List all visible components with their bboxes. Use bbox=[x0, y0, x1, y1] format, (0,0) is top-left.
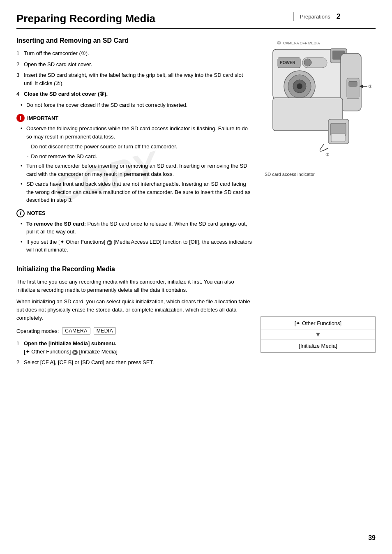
page-header: Preparing Recording Media Preparations 2 bbox=[16, 12, 376, 29]
important-bullet-2-text: Turn off the camcorder before inserting … bbox=[26, 162, 252, 178]
step4-bullet: • Do not force the cover closed if the S… bbox=[16, 101, 252, 109]
svg-text:①: ① bbox=[277, 40, 281, 45]
notes-header: i NOTES bbox=[16, 209, 252, 217]
section2-para1: The first time you use any recording med… bbox=[16, 278, 252, 294]
notes-bullet-2: • If you set the [✦ Other Functions] ▶ [… bbox=[16, 238, 252, 254]
notes-label: NOTES bbox=[27, 210, 46, 216]
important-bullet-2: • Turn off the camcorder before insertin… bbox=[16, 162, 252, 178]
page-footer-number: 39 bbox=[368, 534, 376, 542]
s2-step-1: 1 Open the [Initialize Media] submenu. [… bbox=[16, 339, 252, 355]
step-num-2: 2 bbox=[16, 60, 21, 69]
mode-badge-camera: CAMERA bbox=[62, 327, 90, 335]
operating-modes-label: Operating modes: bbox=[16, 328, 59, 334]
chapter-page-number: 2 bbox=[337, 12, 341, 21]
content-area: Inserting and Removing an SD Card 1 Turn… bbox=[16, 37, 376, 369]
header-right: Preparations 2 bbox=[293, 12, 376, 21]
sub-bullet-2: - Do not remove the SD card. bbox=[16, 152, 252, 161]
notes-bullet-1: • To remove the SD card: Push the SD car… bbox=[16, 220, 252, 236]
step-2: 2 Open the SD card slot cover. bbox=[16, 60, 252, 69]
step-num-4: 4 bbox=[16, 90, 21, 98]
menu-path-arrow: ▼ bbox=[261, 330, 375, 339]
bullet-dot-i1: • bbox=[21, 125, 24, 141]
svg-text:CAMERA  OFF  MEDIA: CAMERA OFF MEDIA bbox=[283, 41, 320, 45]
step4-bullet-text: Do not force the cover closed if the SD … bbox=[26, 101, 187, 109]
important-header: ! IMPORTANT bbox=[16, 114, 252, 122]
important-bullet-3-text: SD cards have front and back sides that … bbox=[26, 180, 252, 204]
important-bullet-1-text: Observe the following precautions while … bbox=[26, 125, 252, 141]
sub-bullet-2-text: Do not remove the SD card. bbox=[31, 152, 97, 161]
important-bullet-3: • SD cards have front and back sides tha… bbox=[16, 180, 252, 204]
notes-bullet-1-text: To remove the SD card: Push the SD card … bbox=[26, 220, 252, 236]
s2-step-1-sub: [✦ Other Functions] ▶ [Initialize Media] bbox=[24, 349, 118, 355]
step-4: 4 Close the SD card slot cover (③). bbox=[16, 90, 252, 98]
svg-point-6 bbox=[304, 59, 311, 66]
bullet-dot: • bbox=[21, 101, 24, 109]
page: COPY Preparing Recording Media Preparati… bbox=[0, 0, 392, 554]
page-main-title: Preparing Recording Media bbox=[16, 12, 293, 25]
step-num-3: 3 bbox=[16, 71, 21, 87]
s2-step-text-2: Select [CF A], [CF B] or [SD Card] and t… bbox=[24, 358, 252, 367]
svg-rect-15 bbox=[349, 81, 357, 86]
left-column: Inserting and Removing an SD Card 1 Turn… bbox=[16, 37, 252, 369]
menu-path-box: [✦ Other Functions] ▼ [Initialize Media] bbox=[261, 316, 376, 353]
step-text-1: Turn off the camcorder (①). bbox=[24, 49, 252, 58]
notes-icon: i bbox=[16, 209, 25, 217]
sub-dash-1: - bbox=[27, 143, 28, 151]
bullet-dot-i3: • bbox=[21, 180, 24, 204]
s2-step-2: 2 Select [CF A], [CF B] or [SD Card] and… bbox=[16, 358, 252, 367]
important-icon: ! bbox=[16, 114, 25, 122]
s2-step-text-1: Open the [Initialize Media] submenu. [✦ … bbox=[24, 339, 252, 355]
notes-box: i NOTES • To remove the SD card: Push th… bbox=[16, 209, 252, 254]
svg-rect-21 bbox=[331, 134, 345, 142]
operating-modes: Operating modes: CAMERA MEDIA bbox=[16, 327, 252, 335]
svg-text:②: ② bbox=[368, 84, 371, 89]
s2-step-num-2: 2 bbox=[16, 358, 21, 367]
important-bullet-1: • Observe the following precautions whil… bbox=[16, 125, 252, 141]
section2-heading: Initializing the Recording Media bbox=[16, 265, 252, 273]
step-num-1: 1 bbox=[16, 49, 21, 58]
right-column: ① CAMERA OFF MEDIA POWER bbox=[261, 37, 376, 369]
section1-heading: Inserting and Removing an SD Card bbox=[16, 37, 252, 44]
s2-step-num-1: 1 bbox=[16, 339, 21, 355]
mode-badge-media: MEDIA bbox=[94, 327, 116, 335]
important-label: IMPORTANT bbox=[27, 115, 58, 121]
menu-path-item1: [✦ Other Functions] bbox=[261, 317, 375, 330]
section2-para2: When initializing an SD card, you can se… bbox=[16, 298, 252, 322]
chapter-label: Preparations bbox=[300, 14, 330, 20]
bullet-dot-i2: • bbox=[21, 162, 24, 178]
menu-path-item2: [Initialize Media] bbox=[261, 339, 375, 352]
camera-diagram: ① CAMERA OFF MEDIA POWER bbox=[261, 37, 376, 177]
camera-svg: ① CAMERA OFF MEDIA POWER bbox=[265, 37, 371, 169]
svg-point-12 bbox=[297, 83, 302, 89]
bullet-dot-n2: • bbox=[21, 238, 24, 254]
sd-card-label: SD card access indicator bbox=[261, 172, 376, 177]
svg-text:③: ③ bbox=[325, 152, 330, 157]
step-text-4: Close the SD card slot cover (③). bbox=[24, 90, 252, 98]
step-3: 3 Insert the SD card straight, with the … bbox=[16, 71, 252, 87]
svg-text:POWER: POWER bbox=[280, 60, 296, 65]
step-1: 1 Turn off the camcorder (①). bbox=[16, 49, 252, 58]
step-text-2: Open the SD card slot cover. bbox=[24, 60, 252, 69]
bullet-dot-n1: • bbox=[21, 220, 24, 236]
important-box: ! IMPORTANT • Observe the following prec… bbox=[16, 114, 252, 204]
sub-dash-2: - bbox=[27, 152, 28, 161]
sub-bullet-1: - Do not disconnect the power source or … bbox=[16, 143, 252, 151]
notes-bullet-2-text: If you set the [✦ Other Functions] ▶ [Me… bbox=[26, 238, 252, 254]
sub-bullet-1-text: Do not disconnect the power source or tu… bbox=[31, 143, 177, 151]
step-text-3: Insert the SD card straight, with the la… bbox=[24, 71, 252, 87]
